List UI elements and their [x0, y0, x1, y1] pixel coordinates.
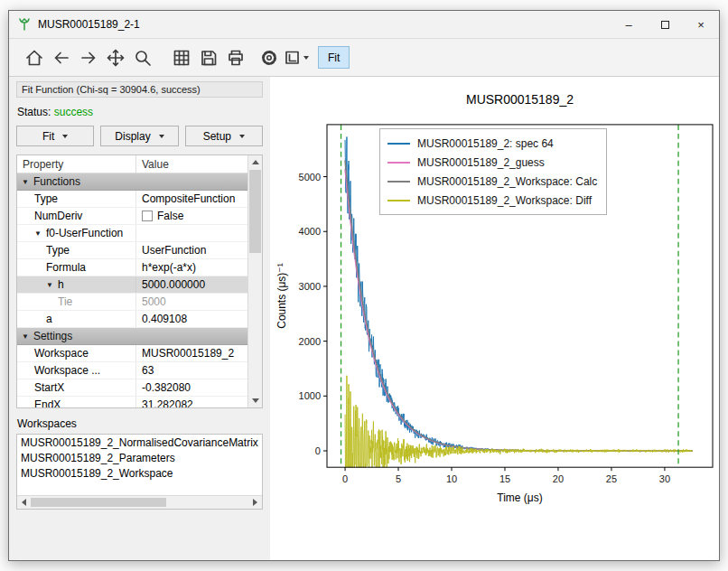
checkbox[interactable]	[142, 211, 153, 221]
property-value[interactable]: False	[157, 210, 183, 222]
legend-entry: MUSR00015189_2_Workspace: Diff	[387, 191, 597, 210]
property-name: Type	[46, 244, 70, 257]
property-value[interactable]: UserFunction	[142, 244, 206, 257]
property-value[interactable]: MUSR00015189_2	[142, 347, 234, 360]
workspace-list-item[interactable]: MUSR00015189_2_NormalisedCovarianceMatri…	[18, 435, 261, 451]
svg-text:0: 0	[342, 473, 348, 484]
plot-toolbar: Fit	[9, 39, 719, 77]
back-button[interactable]	[48, 44, 74, 71]
save-button[interactable]	[195, 44, 221, 71]
svg-text:5000: 5000	[299, 172, 321, 183]
display-menu-button[interactable]: Display	[100, 126, 178, 146]
scroll-left-button[interactable]	[17, 496, 31, 509]
close-button[interactable]: ×	[683, 11, 719, 38]
property-name: Workspace	[34, 347, 89, 360]
collapse-arrow-icon[interactable]: ▼	[22, 178, 29, 186]
pan-icon	[106, 48, 126, 68]
save-icon	[199, 48, 219, 68]
collapse-arrow-icon[interactable]: ▼	[34, 229, 42, 238]
scroll-right-button[interactable]	[248, 496, 262, 509]
property-row-formula[interactable]: Formulah*exp(-a*x)	[17, 259, 247, 276]
property-row-type[interactable]: TypeCompositeFunction	[17, 191, 247, 208]
property-row-type[interactable]: TypeUserFunction	[17, 242, 247, 259]
triangle-left-icon	[22, 499, 26, 506]
property-row-endx[interactable]: EndX31.282082	[17, 397, 247, 407]
plot-legend: MUSR00015189_2: spec 64MUSR00015189_2_gu…	[379, 128, 607, 215]
magnifier-icon	[133, 48, 153, 68]
scrollbar-thumb[interactable]	[31, 498, 166, 507]
fit-toggle-button[interactable]: Fit	[318, 46, 350, 69]
property-value[interactable]: h*exp(-a*x)	[142, 261, 196, 274]
workspace-list-item[interactable]: MUSR00015189_2_Parameters	[18, 451, 261, 466]
maximize-button[interactable]	[647, 11, 683, 38]
property-row-h[interactable]: ▼h5000.000000	[17, 276, 247, 294]
column-header-property: Property	[17, 155, 136, 173]
property-row-workspace[interactable]: WorkspaceMUSR00015189_2	[17, 345, 247, 362]
property-value[interactable]: -0.382080	[142, 381, 191, 394]
customize-button[interactable]	[256, 44, 282, 71]
titlebar[interactable]: MUSR00015189_2-1 – ×	[9, 11, 719, 39]
zoom-button[interactable]	[129, 44, 155, 71]
svg-text:20: 20	[553, 473, 564, 484]
pan-button[interactable]	[102, 44, 128, 71]
workspaces-list[interactable]: MUSR00015189_2_NormalisedCovarianceMatri…	[16, 434, 263, 510]
axes-menu-button[interactable]	[283, 44, 309, 71]
property-value[interactable]: 63	[142, 364, 154, 377]
fit-menu-button[interactable]: Fit	[16, 126, 94, 146]
property-row-workspace-[interactable]: Workspace ...63	[17, 362, 247, 379]
property-row-f0-userfunction[interactable]: ▼f0-UserFunction	[17, 225, 247, 242]
svg-text:25: 25	[606, 473, 617, 484]
property-row-tie[interactable]: Tie5000	[17, 294, 247, 311]
scroll-down-button[interactable]	[248, 394, 262, 407]
minimize-button[interactable]: –	[611, 11, 647, 38]
triangle-up-icon	[252, 160, 259, 164]
property-row-startx[interactable]: StartX-0.382080	[17, 379, 247, 397]
axes-icon	[283, 48, 303, 68]
legend-label: MUSR00015189_2_guess	[417, 156, 545, 169]
property-name: EndX	[34, 398, 61, 407]
horizontal-scrollbar[interactable]	[17, 495, 262, 509]
status-value: success	[54, 106, 93, 118]
collapse-arrow-icon[interactable]: ▼	[22, 332, 29, 341]
legend-entry: MUSR00015189_2_Workspace: Calc	[387, 172, 597, 191]
property-section-functions[interactable]: ▼Functions	[17, 173, 247, 191]
print-button[interactable]	[222, 44, 248, 71]
subplots-button[interactable]	[168, 44, 194, 71]
property-value[interactable]: 31.282082	[142, 398, 193, 407]
property-value[interactable]: 0.409108	[142, 313, 187, 325]
property-name: a	[46, 313, 52, 325]
legend-line-swatch	[387, 181, 410, 183]
arrow-left-icon	[51, 48, 71, 68]
svg-text:4000: 4000	[299, 226, 321, 237]
arrow-right-icon	[79, 48, 98, 68]
property-name: f0-UserFunction	[46, 227, 123, 239]
legend-label: MUSR00015189_2: spec 64	[417, 137, 554, 150]
property-row-a[interactable]: a0.409108	[17, 311, 247, 328]
property-value[interactable]: 5000.000000	[142, 278, 205, 291]
scrollbar-thumb[interactable]	[249, 170, 261, 253]
maximize-icon	[661, 21, 669, 29]
status-label: Status:	[17, 106, 51, 118]
triangle-down-icon	[252, 398, 259, 403]
property-value[interactable]: CompositeFunction	[142, 192, 235, 205]
home-button[interactable]	[21, 44, 47, 71]
workspace-list-item[interactable]: MUSR00015189_2_Workspace	[18, 466, 261, 482]
property-name: Tie	[58, 295, 72, 308]
property-grid-header: Property Value	[17, 155, 247, 173]
legend-entry: MUSR00015189_2_guess	[387, 153, 597, 172]
property-row-numderiv[interactable]: NumDerivFalse	[17, 208, 247, 225]
property-grid-body: ▼FunctionsTypeCompositeFunctionNumDerivF…	[17, 173, 247, 407]
legend-line-swatch	[387, 162, 410, 164]
legend-label: MUSR00015189_2_Workspace: Calc	[417, 175, 597, 188]
collapse-arrow-icon[interactable]: ▼	[46, 281, 53, 289]
forward-button[interactable]	[75, 44, 101, 71]
setup-menu-button[interactable]: Setup	[185, 126, 263, 146]
vertical-scrollbar[interactable]	[247, 155, 262, 407]
svg-text:15: 15	[499, 473, 510, 484]
gear-icon	[259, 48, 279, 68]
property-value[interactable]: 5000	[142, 295, 166, 308]
property-section-settings[interactable]: ▼Settings	[17, 328, 247, 345]
fit-function-header[interactable]: Fit Function (Chi-sq = 30904.6, success)	[16, 81, 263, 98]
window-title: MUSR00015189_2-1	[38, 18, 140, 31]
scroll-up-button[interactable]	[248, 155, 262, 169]
